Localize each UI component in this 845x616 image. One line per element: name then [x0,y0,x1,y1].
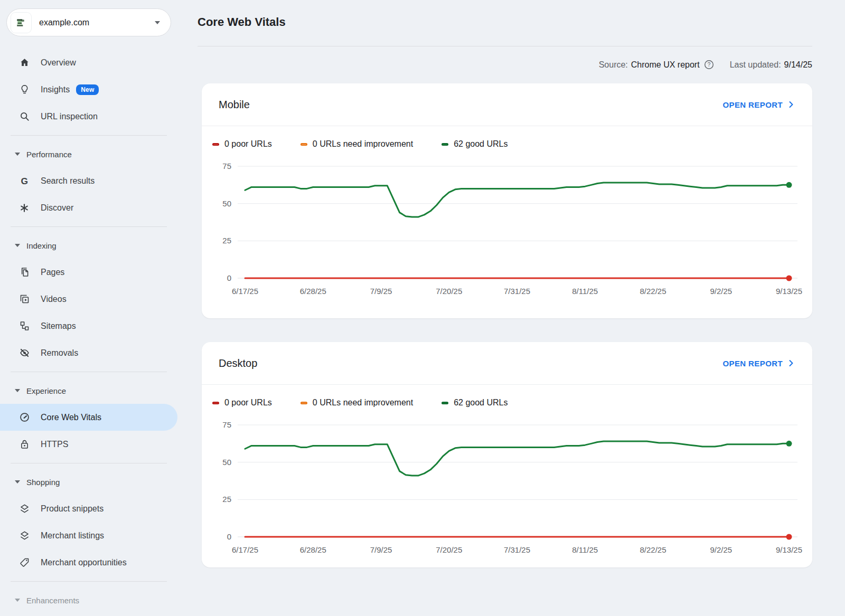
legend-label: 62 good URLs [454,398,508,407]
card-title: Desktop [219,357,722,369]
open-report-label: OPEN REPORT [722,100,783,109]
legend-item-needs-improvement: 0 URLs need improvement [301,139,413,149]
sidebar-item-label: Core Web Vitals [41,413,101,422]
card-header: Desktop OPEN REPORT [202,342,812,384]
sidebar-item-label: Merchant listings [41,531,104,541]
svg-text:8/22/25: 8/22/25 [640,287,666,296]
legend-item-needs-improvement: 0 URLs need improvement [301,398,413,407]
home-icon [18,57,30,69]
card-title: Mobile [219,99,722,111]
section-label: Experience [26,386,66,395]
pixel-favicon-icon [16,17,26,28]
sidebar-item-merchant-opportunities[interactable]: Merchant opportunities [0,549,177,576]
sidebar-item-insights[interactable]: Insights New [0,76,177,103]
svg-text:G: G [21,175,29,186]
svg-text:50: 50 [222,199,231,208]
sidebar-item-label: Discover [41,203,73,213]
svg-text:7/20/25: 7/20/25 [436,287,462,296]
divider [11,463,167,463]
sidebar-section-shopping[interactable]: Shopping [0,469,177,495]
legend-label: 62 good URLs [454,139,508,149]
source-value: Chrome UX report [631,60,700,70]
sidebar-section-experience[interactable]: Experience [0,377,177,404]
source-label: Source: [599,60,628,70]
needs-improvement-swatch-icon [301,402,307,404]
sidebar-item-removals[interactable]: Removals [0,339,177,366]
sidebar-section-enhancements[interactable]: Enhancements [0,587,177,613]
sidebar-item-product-snippets[interactable]: Product snippets [0,495,177,522]
divider [198,46,812,46]
needs-improvement-swatch-icon [301,143,307,146]
page-title: Core Web Vitals [198,15,286,29]
sidebar-item-https[interactable]: HTTPS [0,431,177,458]
section-label: Enhancements [26,596,79,605]
sidebar-item-label: Removals [41,348,78,358]
property-name: example.com [39,18,155,27]
mobile-card: Mobile OPEN REPORT 0 poor URLs 0 URLs ne… [202,83,812,318]
desktop-chart: 02550756/17/256/28/257/9/257/20/257/31/2… [210,414,804,557]
chevron-down-icon [15,389,20,392]
svg-text:25: 25 [222,495,231,504]
svg-text:7/31/25: 7/31/25 [504,545,530,554]
open-report-button[interactable]: OPEN REPORT [722,99,796,110]
pages-icon [18,267,30,278]
help-icon[interactable]: ? [704,60,714,70]
desktop-card: Desktop OPEN REPORT 0 poor URLs 0 URLs n… [202,342,812,567]
svg-text:?: ? [707,62,710,68]
sidebar-item-label: Overview [41,58,76,68]
last-updated-value: 9/14/25 [784,60,812,70]
svg-text:9/13/25: 9/13/25 [776,287,802,296]
svg-text:6/28/25: 6/28/25 [300,287,326,296]
svg-text:9/2/25: 9/2/25 [710,287,732,296]
sidebar-item-label: Merchant opportunities [41,558,127,567]
chart-legend: 0 poor URLs 0 URLs need improvement 62 g… [202,385,812,408]
sidebar-item-url-inspection[interactable]: URL inspection [0,103,177,130]
poor-swatch-icon [212,402,219,404]
svg-text:0: 0 [227,273,231,282]
sidebar-item-pages[interactable]: Pages [0,259,177,286]
videos-icon [18,293,30,305]
legend-label: 0 URLs need improvement [313,398,413,407]
svg-text:6/28/25: 6/28/25 [300,545,326,554]
divider [11,226,167,227]
site-favicon [11,13,31,33]
open-report-label: OPEN REPORT [722,359,783,368]
sidebar-item-merchant-listings[interactable]: Merchant listings [0,522,177,549]
sidebar-item-label: HTTPS [41,440,68,449]
sidebar-item-discover[interactable]: Discover [0,194,177,221]
tag-icon [18,557,30,568]
legend-item-poor: 0 poor URLs [212,398,272,407]
sidebar-item-overview[interactable]: Overview [0,49,177,76]
svg-text:8/11/25: 8/11/25 [572,545,598,554]
sidebar-item-sitemaps[interactable]: Sitemaps [0,312,177,339]
svg-text:6/17/25: 6/17/25 [232,545,258,554]
svg-text:9/2/25: 9/2/25 [710,545,732,554]
sidebar-item-label: Search results [41,176,95,186]
sidebar-item-videos[interactable]: Videos [0,286,177,312]
source-row: Source: Chrome UX report ? Last updated:… [599,60,812,70]
legend-label: 0 poor URLs [224,139,272,149]
eye-off-icon [18,347,30,359]
svg-text:8/11/25: 8/11/25 [572,287,598,296]
property-selector[interactable]: example.com [6,8,171,36]
svg-text:0: 0 [227,532,231,541]
section-label: Performance [26,150,72,159]
layers-icon [18,530,30,542]
chevron-right-icon [786,99,796,110]
sidebar-item-search-results[interactable]: G Search results [0,167,177,194]
sidebar-section-performance[interactable]: Performance [0,141,177,167]
good-swatch-icon [442,402,448,404]
main-content: Core Web Vitals Source: Chrome UX report… [177,0,845,616]
svg-text:50: 50 [222,458,231,467]
sidebar-item-label: URL inspection [41,112,98,121]
svg-text:7/31/25: 7/31/25 [504,287,530,296]
sitemaps-icon [18,320,30,332]
sidebar-section-indexing[interactable]: Indexing [0,232,177,259]
sidebar-item-core-web-vitals[interactable]: Core Web Vitals [0,404,177,431]
lock-icon [18,439,30,450]
chevron-right-icon [786,358,796,368]
open-report-button[interactable]: OPEN REPORT [722,358,796,368]
asterisk-icon [18,202,30,214]
lightbulb-icon [18,84,30,96]
svg-text:8/22/25: 8/22/25 [640,545,666,554]
